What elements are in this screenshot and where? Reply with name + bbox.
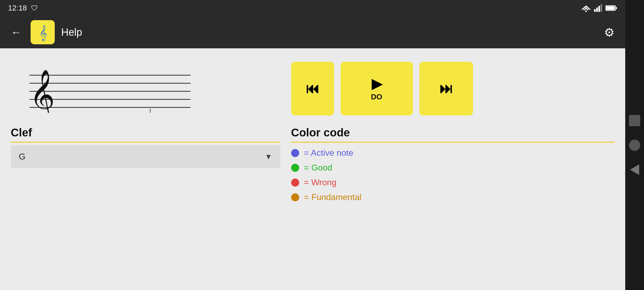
- wifi-icon: [581, 4, 591, 12]
- good-label: = Good: [304, 163, 332, 173]
- app-title: Help: [61, 27, 598, 38]
- clef-value: G: [19, 152, 25, 162]
- color-code-title: Color code: [291, 126, 614, 139]
- active-note-label: = Active note: [304, 148, 353, 158]
- svg-text:𝄞: 𝄞: [39, 25, 47, 41]
- play-icon: ▶: [372, 76, 382, 92]
- side-square-button[interactable]: [629, 115, 640, 126]
- svg-rect-6: [601, 4, 602, 12]
- prev-button[interactable]: ⏮: [291, 62, 334, 115]
- color-item-good: = Good: [291, 163, 614, 173]
- fundamental-label: = Fundamental: [304, 192, 361, 202]
- status-bar: 12:18 🛡: [0, 0, 625, 16]
- clef-section: Clef G ▼: [11, 126, 280, 168]
- svg-rect-5: [598, 6, 600, 12]
- side-nav: [625, 0, 644, 290]
- wrong-dot: [291, 179, 299, 187]
- active-note-dot: [291, 149, 299, 157]
- wrong-label: = Wrong: [304, 177, 336, 187]
- music-staff: 𝄞: [11, 59, 193, 113]
- color-code-section: Color code = Active note = Good = Wrong: [291, 126, 614, 202]
- play-note-label: DO: [371, 93, 382, 101]
- time-display: 12:18: [8, 4, 27, 12]
- svg-rect-4: [596, 8, 598, 12]
- settings-button[interactable]: ⚙: [604, 26, 614, 39]
- back-button[interactable]: ←: [8, 24, 24, 41]
- clef-divider: [11, 142, 280, 143]
- dropdown-arrow-icon: ▼: [265, 153, 272, 161]
- color-item-active: = Active note: [291, 148, 614, 158]
- next-icon: ⏭: [440, 81, 453, 96]
- fundamental-dot: [291, 193, 299, 201]
- app-bar: ← 𝄞 Help ⚙: [0, 16, 625, 48]
- main-content: 𝄞 Clef G ▼: [0, 48, 625, 290]
- prev-icon: ⏮: [306, 81, 319, 96]
- shield-icon: 🛡: [31, 4, 38, 12]
- right-panel: ⏮ ▶ DO ⏭ Color code = Active note: [291, 56, 614, 282]
- side-back-button[interactable]: [630, 164, 639, 175]
- clef-dropdown[interactable]: G ▼: [11, 145, 280, 168]
- color-divider: [291, 142, 614, 143]
- next-button[interactable]: ⏭: [419, 62, 473, 115]
- color-items: = Active note = Good = Wrong = Fundament…: [291, 145, 614, 202]
- left-panel: 𝄞 Clef G ▼: [11, 56, 280, 282]
- svg-rect-9: [606, 6, 615, 10]
- battery-icon: [605, 5, 617, 11]
- staff-area: 𝄞: [11, 56, 280, 115]
- svg-rect-8: [616, 7, 617, 9]
- phone-area: 12:18 🛡 ←: [0, 0, 625, 290]
- color-item-wrong: = Wrong: [291, 177, 614, 187]
- good-dot: [291, 164, 299, 172]
- svg-point-2: [585, 10, 587, 12]
- status-icons: [581, 4, 617, 12]
- svg-text:𝄞: 𝄞: [30, 70, 55, 113]
- app-icon: 𝄞: [31, 20, 55, 44]
- play-button[interactable]: ▶ DO: [341, 62, 413, 115]
- color-item-fundamental: = Fundamental: [291, 192, 614, 202]
- playback-controls: ⏮ ▶ DO ⏭: [291, 56, 614, 115]
- clef-title: Clef: [11, 126, 280, 139]
- signal-icon: [594, 4, 602, 12]
- svg-rect-3: [594, 9, 596, 12]
- app-logo-icon: 𝄞: [33, 23, 52, 42]
- side-circle-button[interactable]: [629, 140, 640, 151]
